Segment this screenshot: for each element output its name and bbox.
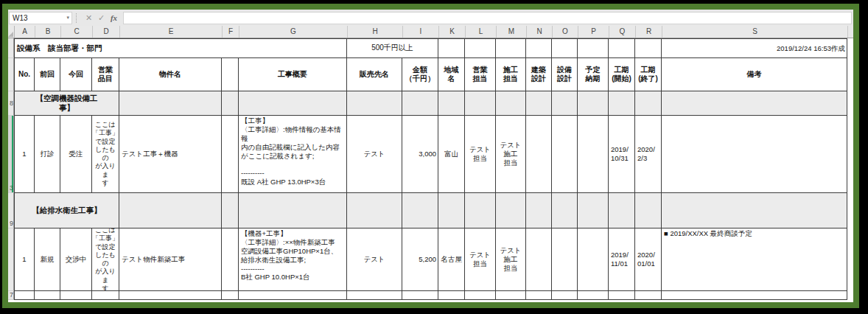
empty-cell[interactable] xyxy=(14,291,35,300)
section-empty-cell[interactable] xyxy=(526,91,552,116)
section-empty-cell[interactable] xyxy=(552,193,578,228)
section-empty-cell[interactable] xyxy=(662,193,847,228)
section-empty-cell[interactable] xyxy=(635,193,662,228)
cell-R[interactable]: 2020/ 2/3 xyxy=(635,116,662,193)
empty-cell[interactable] xyxy=(438,291,465,300)
column-header-N[interactable]: N xyxy=(527,26,553,38)
empty-cell[interactable] xyxy=(222,291,239,300)
column-header-Q[interactable]: Q xyxy=(609,26,636,38)
cell-R[interactable]: 2020/ 01/01 xyxy=(635,228,662,291)
empty-cell[interactable] xyxy=(635,291,662,300)
cell-K[interactable]: 名古屋 xyxy=(438,228,465,291)
column-header-H[interactable]: H xyxy=(348,26,403,38)
column-header-R[interactable]: R xyxy=(636,26,662,38)
row-number[interactable] xyxy=(8,228,14,291)
column-header-P[interactable]: P xyxy=(578,26,609,38)
row-number[interactable]: 8 xyxy=(8,91,14,116)
cell-E[interactable]: テスト物件新築工事 xyxy=(119,228,222,291)
empty-cell[interactable] xyxy=(662,291,847,300)
empty-cell[interactable] xyxy=(552,38,578,58)
empty-cell[interactable] xyxy=(526,291,552,300)
empty-cell[interactable] xyxy=(438,38,465,58)
header-cell[interactable]: 設備 設計 xyxy=(552,58,578,91)
empty-cell[interactable] xyxy=(119,291,222,300)
cell-S[interactable] xyxy=(662,116,847,193)
column-header-O[interactable]: O xyxy=(553,26,578,38)
section-empty-cell[interactable] xyxy=(609,91,635,116)
section-empty-cell[interactable] xyxy=(662,91,847,116)
section-empty-cell[interactable] xyxy=(635,91,662,116)
empty-cell[interactable] xyxy=(496,38,526,58)
department-cell[interactable]: 設備系 該当部署・部門 xyxy=(14,38,347,58)
empty-cell[interactable] xyxy=(239,291,347,300)
column-header-M[interactable]: M xyxy=(497,26,527,38)
column-header-K[interactable]: K xyxy=(439,26,466,38)
cell-D[interactable]: ここは 「工事」 で設定 したもの が入りま す xyxy=(92,228,119,291)
empty-cell[interactable] xyxy=(635,38,662,58)
section-empty-cell[interactable] xyxy=(222,193,239,228)
cell-C[interactable]: 交渉中 xyxy=(60,228,92,291)
empty-cell[interactable] xyxy=(578,291,609,300)
header-cell[interactable]: 工事概要 xyxy=(239,58,347,91)
cell-O[interactable] xyxy=(552,228,578,291)
section-empty-cell[interactable] xyxy=(578,193,609,228)
section-title[interactable]: 【給排水衛生工事】 xyxy=(14,193,119,228)
section-empty-cell[interactable] xyxy=(496,91,526,116)
empty-cell[interactable] xyxy=(552,291,578,300)
cell-A[interactable]: 1 xyxy=(14,116,35,193)
empty-cell[interactable] xyxy=(92,291,119,300)
empty-cell[interactable] xyxy=(465,291,496,300)
header-cell[interactable]: 地域 名 xyxy=(438,58,465,91)
empty-cell[interactable] xyxy=(402,291,438,300)
cell-L[interactable]: テスト 担当 xyxy=(465,116,496,193)
section-empty-cell[interactable] xyxy=(239,91,347,116)
header-cell[interactable] xyxy=(222,58,239,91)
empty-cell[interactable] xyxy=(578,38,609,58)
column-header-F[interactable]: F xyxy=(223,26,239,38)
header-cell[interactable]: 販売先名 xyxy=(347,58,402,91)
cell-L[interactable]: テスト 担当 xyxy=(465,228,496,291)
column-header-B[interactable]: B xyxy=(35,26,61,38)
section-empty-cell[interactable] xyxy=(119,91,222,116)
name-box[interactable]: W13 ▾ xyxy=(9,12,72,24)
section-empty-cell[interactable] xyxy=(119,193,222,228)
cell-C[interactable]: 受注 xyxy=(60,116,92,193)
empty-cell[interactable] xyxy=(526,38,552,58)
row-number[interactable] xyxy=(8,38,14,58)
cell-N[interactable] xyxy=(526,116,552,193)
cell-B[interactable]: 新規 xyxy=(35,228,60,291)
row-number[interactable]: 7 xyxy=(8,291,14,300)
section-empty-cell[interactable] xyxy=(552,91,578,116)
cell-Q[interactable]: 2019/ 11/01 xyxy=(609,228,635,291)
section-title[interactable]: 【空調機器設備工 事】 xyxy=(14,91,119,116)
cell-P[interactable] xyxy=(578,228,609,291)
cell-G[interactable]: 【工事】 〈工事詳細〉:物件情報の基本情報 内の自由記載欄に記入した内容 がここ… xyxy=(239,116,347,193)
column-header-E[interactable]: E xyxy=(120,26,223,38)
section-empty-cell[interactable] xyxy=(239,193,347,228)
name-box-dropdown-icon[interactable]: ▾ xyxy=(66,15,71,21)
column-header-D[interactable]: D xyxy=(93,26,120,38)
cell-H[interactable]: テスト xyxy=(347,116,402,193)
section-empty-cell[interactable] xyxy=(222,91,239,116)
enter-icon[interactable]: ✓ xyxy=(95,13,108,23)
column-header-C[interactable]: C xyxy=(61,26,93,38)
cell-Q[interactable]: 2019/ 10/31 xyxy=(609,116,635,193)
header-cell[interactable]: 工期 (開始) xyxy=(609,58,635,91)
empty-cell[interactable] xyxy=(465,38,496,58)
empty-cell[interactable] xyxy=(347,291,402,300)
section-empty-cell[interactable] xyxy=(465,193,496,228)
header-cell[interactable]: 今回 xyxy=(60,58,92,91)
cell-I[interactable]: 5,200 xyxy=(402,228,438,291)
cell-O[interactable] xyxy=(552,116,578,193)
cell-H[interactable]: テスト xyxy=(347,228,402,291)
row-number[interactable]: 3 xyxy=(8,116,14,193)
row-number[interactable]: 9 xyxy=(8,193,14,228)
section-empty-cell[interactable] xyxy=(402,193,438,228)
row-number[interactable] xyxy=(8,58,14,91)
created-date-cell[interactable]: 2019/12/24 16:53作成 xyxy=(662,38,847,58)
header-cell[interactable]: 前回 xyxy=(35,58,60,91)
empty-cell[interactable] xyxy=(609,38,635,58)
cell-M[interactable]: テスト 施工 担当 xyxy=(496,116,526,193)
section-empty-cell[interactable] xyxy=(578,91,609,116)
insert-function-icon[interactable]: fx xyxy=(108,13,120,22)
